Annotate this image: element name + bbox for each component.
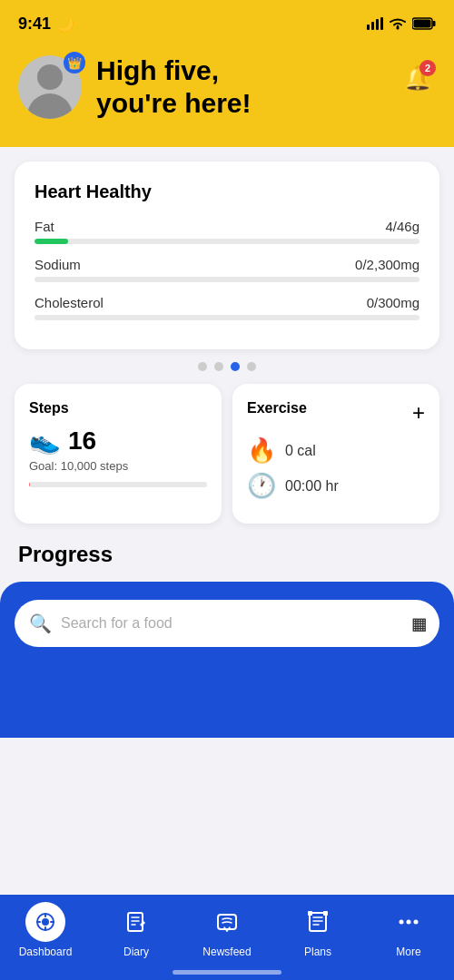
- avatar-head: [37, 64, 63, 90]
- fire-icon: 🔥: [247, 436, 276, 465]
- sodium-label: Sodium: [35, 257, 81, 272]
- sodium-value: 0/2,300mg: [355, 257, 419, 272]
- more-label: More: [396, 946, 420, 958]
- cholesterol-value: 0/300mg: [367, 295, 419, 310]
- svg-rect-24: [323, 911, 328, 916]
- nutrient-sodium: Sodium 0/2,300mg: [35, 257, 419, 282]
- notification-badge: 2: [419, 60, 436, 76]
- nutrient-cholesterol: Cholesterol 0/300mg: [35, 295, 419, 320]
- nav-item-plans[interactable]: Plans: [272, 902, 363, 958]
- search-bar[interactable]: 🔍 Search for a food ▦: [15, 600, 439, 647]
- nav-item-more[interactable]: More: [363, 902, 454, 958]
- duration-value: 00:00 hr: [285, 478, 339, 495]
- moon-icon: 🌙: [56, 15, 74, 33]
- more-icon-wrap: [389, 902, 429, 942]
- svg-rect-1: [371, 22, 374, 30]
- fat-progress-fill: [35, 239, 68, 244]
- carousel-dots: [15, 362, 439, 371]
- diary-icon-wrap: [116, 902, 156, 942]
- dashboard-icon-wrap: [25, 902, 65, 942]
- newsfeed-label: Newsfeed: [202, 946, 251, 958]
- wifi-icon: [389, 17, 407, 30]
- svg-rect-0: [367, 24, 370, 30]
- nutrient-fat: Fat 4/46g: [35, 219, 419, 244]
- calories-value: 0 cal: [285, 443, 316, 459]
- svg-point-9: [42, 918, 49, 926]
- header: 👑 High five, you're here! 🔔 2: [0, 45, 454, 147]
- time-label: 9:41: [18, 15, 51, 34]
- nav-item-diary[interactable]: Diary: [91, 902, 182, 958]
- steps-count: 16: [68, 426, 96, 456]
- steps-goal: Goal: 10,000 steps: [29, 459, 207, 473]
- status-icons: [367, 17, 436, 30]
- dot-4[interactable]: [247, 362, 256, 371]
- shoe-icon: 👟: [29, 426, 61, 456]
- exercise-title: Exercise: [247, 400, 307, 416]
- plans-label: Plans: [304, 946, 331, 958]
- calories-row: 🔥 0 cal: [247, 436, 425, 465]
- svg-point-27: [414, 920, 419, 925]
- dashboard-label: Dashboard: [19, 946, 73, 958]
- diary-icon: [124, 910, 148, 934]
- progress-card: 🔍 Search for a food ▦: [0, 582, 454, 738]
- steps-progress-bg: [29, 482, 207, 487]
- status-time: 9:41 🌙: [18, 15, 74, 34]
- progress-title: Progress: [15, 542, 439, 567]
- exercise-card: Exercise + 🔥 0 cal 🕐 00:00 hr: [232, 384, 439, 524]
- steps-title: Steps: [29, 400, 207, 416]
- svg-rect-3: [380, 17, 383, 30]
- svg-rect-7: [433, 21, 436, 26]
- newsfeed-icon-wrap: [207, 902, 247, 942]
- crown-badge: 👑: [64, 52, 85, 74]
- nav-item-dashboard[interactable]: Dashboard: [0, 902, 91, 958]
- duration-row: 🕐 00:00 hr: [247, 472, 425, 500]
- more-icon: [397, 910, 420, 934]
- notification-button[interactable]: 🔔 2: [400, 60, 436, 96]
- dot-3[interactable]: [231, 362, 240, 371]
- greeting-text: High five, you're here!: [96, 54, 436, 120]
- svg-rect-14: [128, 913, 143, 931]
- plans-icon-wrap: [298, 902, 338, 942]
- fat-label: Fat: [35, 219, 54, 234]
- dot-2[interactable]: [214, 362, 223, 371]
- steps-count-row: 👟 16: [29, 426, 207, 456]
- clock-icon: 🕐: [247, 472, 276, 500]
- svg-rect-2: [376, 19, 379, 30]
- heart-healthy-card: Heart Healthy Fat 4/46g Sodium 0/2,300mg…: [15, 162, 439, 349]
- svg-rect-23: [308, 911, 312, 916]
- search-icon: 🔍: [29, 612, 52, 634]
- sodium-progress-bg: [35, 277, 419, 282]
- svg-point-25: [400, 920, 404, 925]
- add-exercise-button[interactable]: +: [412, 400, 425, 426]
- svg-rect-6: [414, 20, 431, 28]
- crown-icon: 👑: [67, 56, 82, 70]
- cholesterol-progress-bg: [35, 315, 419, 320]
- fat-progress-bg: [35, 239, 419, 244]
- avatar-body: [27, 93, 73, 119]
- diary-label: Diary: [123, 946, 149, 958]
- nav-item-newsfeed[interactable]: Newsfeed: [182, 902, 272, 958]
- avatar-wrap[interactable]: 👑: [18, 55, 82, 119]
- main-content: Heart Healthy Fat 4/46g Sodium 0/2,300mg…: [0, 147, 454, 738]
- plans-icon: [306, 910, 330, 934]
- status-bar: 9:41 🌙: [0, 0, 454, 45]
- battery-icon: [412, 17, 436, 30]
- signal-icon: [367, 17, 383, 30]
- home-indicator: [173, 970, 281, 975]
- steps-card: Steps 👟 16 Goal: 10,000 steps: [15, 384, 222, 524]
- header-text: High five, you're here!: [96, 54, 436, 120]
- cholesterol-label: Cholesterol: [35, 295, 104, 310]
- exercise-header: Exercise +: [247, 400, 425, 426]
- search-placeholder: Search for a food: [61, 615, 404, 632]
- steps-exercise-row: Steps 👟 16 Goal: 10,000 steps Exercise +…: [15, 384, 439, 524]
- dot-1[interactable]: [198, 362, 207, 371]
- dashboard-active-bg: [25, 902, 65, 942]
- barcode-icon[interactable]: ▦: [413, 611, 425, 636]
- card-title: Heart Healthy: [35, 181, 419, 202]
- svg-rect-19: [310, 913, 326, 931]
- dashboard-icon: [35, 912, 55, 932]
- fat-value: 4/46g: [385, 219, 419, 234]
- newsfeed-icon: [215, 910, 239, 934]
- svg-point-26: [407, 920, 411, 925]
- svg-point-4: [397, 27, 400, 30]
